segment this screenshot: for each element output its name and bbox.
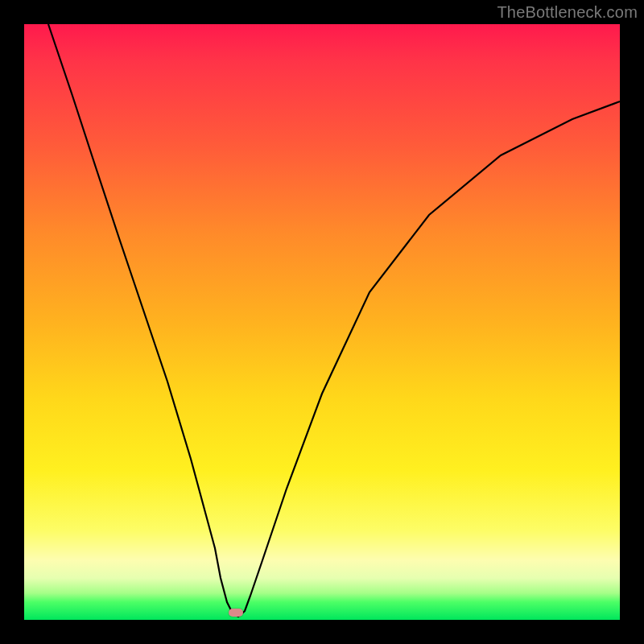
curve-path (48, 24, 620, 617)
watermark-text: TheBottleneck.com (497, 3, 638, 22)
outer-frame: TheBottleneck.com (0, 0, 644, 644)
plot-area (24, 24, 620, 620)
minimum-marker (229, 609, 243, 617)
bottleneck-curve (24, 24, 620, 620)
